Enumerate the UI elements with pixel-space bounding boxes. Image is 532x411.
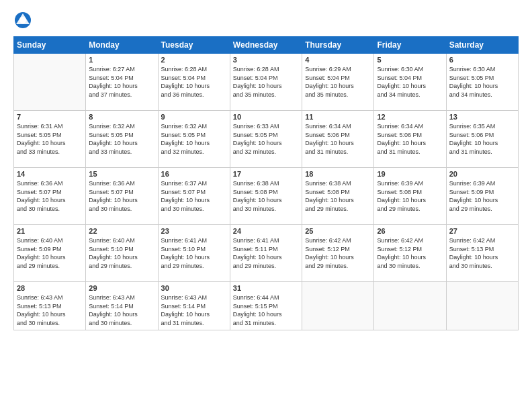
day-number: 30 xyxy=(161,284,227,292)
day-info: Sunrise: 6:33 AM Sunset: 5:05 PM Dayligh… xyxy=(233,122,299,156)
day-number: 22 xyxy=(89,227,154,235)
day-cell: 22Sunrise: 6:40 AM Sunset: 5:10 PM Dayli… xyxy=(86,225,158,282)
day-info: Sunrise: 6:28 AM Sunset: 5:04 PM Dayligh… xyxy=(161,65,227,99)
day-cell: 3Sunrise: 6:28 AM Sunset: 5:04 PM Daylig… xyxy=(230,54,302,111)
day-number: 1 xyxy=(89,56,154,64)
day-cell xyxy=(374,282,446,330)
day-number: 21 xyxy=(17,227,83,235)
day-cell: 12Sunrise: 6:34 AM Sunset: 5:06 PM Dayli… xyxy=(374,111,446,168)
day-number: 12 xyxy=(377,113,443,121)
day-info: Sunrise: 6:39 AM Sunset: 5:08 PM Dayligh… xyxy=(377,179,443,213)
week-row: 28Sunrise: 6:43 AM Sunset: 5:13 PM Dayli… xyxy=(14,282,519,330)
day-info: Sunrise: 6:43 AM Sunset: 5:13 PM Dayligh… xyxy=(17,293,83,327)
day-cell: 2Sunrise: 6:28 AM Sunset: 5:04 PM Daylig… xyxy=(158,54,230,111)
day-info: Sunrise: 6:43 AM Sunset: 5:14 PM Dayligh… xyxy=(161,293,227,327)
day-cell: 8Sunrise: 6:32 AM Sunset: 5:05 PM Daylig… xyxy=(86,111,158,168)
day-info: Sunrise: 6:41 AM Sunset: 5:10 PM Dayligh… xyxy=(161,236,227,270)
day-number: 16 xyxy=(161,170,227,178)
day-cell: 31Sunrise: 6:44 AM Sunset: 5:15 PM Dayli… xyxy=(230,282,302,330)
day-info: Sunrise: 6:35 AM Sunset: 5:06 PM Dayligh… xyxy=(449,122,515,156)
day-info: Sunrise: 6:40 AM Sunset: 5:09 PM Dayligh… xyxy=(17,236,83,270)
day-cell: 13Sunrise: 6:35 AM Sunset: 5:06 PM Dayli… xyxy=(446,111,518,168)
day-cell: 4Sunrise: 6:29 AM Sunset: 5:04 PM Daylig… xyxy=(302,54,374,111)
day-info: Sunrise: 6:30 AM Sunset: 5:04 PM Dayligh… xyxy=(377,65,443,99)
day-number: 8 xyxy=(89,113,154,121)
day-number: 23 xyxy=(161,227,227,235)
day-info: Sunrise: 6:38 AM Sunset: 5:08 PM Dayligh… xyxy=(233,179,299,213)
day-info: Sunrise: 6:34 AM Sunset: 5:06 PM Dayligh… xyxy=(305,122,371,156)
day-cell: 1Sunrise: 6:27 AM Sunset: 5:04 PM Daylig… xyxy=(86,54,158,111)
col-header-wednesday: Wednesday xyxy=(230,37,302,54)
logo-icon xyxy=(13,11,32,30)
day-cell xyxy=(302,282,374,330)
day-number: 11 xyxy=(305,113,371,121)
day-number: 26 xyxy=(377,227,443,235)
day-number: 17 xyxy=(233,170,299,178)
day-info: Sunrise: 6:27 AM Sunset: 5:04 PM Dayligh… xyxy=(89,65,154,99)
day-cell: 19Sunrise: 6:39 AM Sunset: 5:08 PM Dayli… xyxy=(374,168,446,225)
day-number: 4 xyxy=(305,56,371,64)
day-cell: 7Sunrise: 6:31 AM Sunset: 5:05 PM Daylig… xyxy=(14,111,86,168)
day-cell: 6Sunrise: 6:30 AM Sunset: 5:05 PM Daylig… xyxy=(446,54,518,111)
day-number: 28 xyxy=(17,284,83,292)
week-row: 1Sunrise: 6:27 AM Sunset: 5:04 PM Daylig… xyxy=(14,54,519,111)
col-header-thursday: Thursday xyxy=(302,37,374,54)
day-number: 24 xyxy=(233,227,299,235)
week-row: 14Sunrise: 6:36 AM Sunset: 5:07 PM Dayli… xyxy=(14,168,519,225)
day-cell: 10Sunrise: 6:33 AM Sunset: 5:05 PM Dayli… xyxy=(230,111,302,168)
day-number: 7 xyxy=(17,113,83,121)
day-cell: 21Sunrise: 6:40 AM Sunset: 5:09 PM Dayli… xyxy=(14,225,86,282)
day-number: 6 xyxy=(449,56,515,64)
day-info: Sunrise: 6:32 AM Sunset: 5:05 PM Dayligh… xyxy=(161,122,227,156)
day-number: 29 xyxy=(89,284,154,292)
day-number: 20 xyxy=(449,170,515,178)
day-info: Sunrise: 6:34 AM Sunset: 5:06 PM Dayligh… xyxy=(377,122,443,156)
day-cell: 25Sunrise: 6:42 AM Sunset: 5:12 PM Dayli… xyxy=(302,225,374,282)
day-number: 5 xyxy=(377,56,443,64)
day-number: 18 xyxy=(305,170,371,178)
day-number: 25 xyxy=(305,227,371,235)
day-info: Sunrise: 6:38 AM Sunset: 5:08 PM Dayligh… xyxy=(305,179,371,213)
day-info: Sunrise: 6:36 AM Sunset: 5:07 PM Dayligh… xyxy=(89,179,154,213)
day-cell: 20Sunrise: 6:39 AM Sunset: 5:09 PM Dayli… xyxy=(446,168,518,225)
day-info: Sunrise: 6:37 AM Sunset: 5:07 PM Dayligh… xyxy=(161,179,227,213)
day-cell: 5Sunrise: 6:30 AM Sunset: 5:04 PM Daylig… xyxy=(374,54,446,111)
day-info: Sunrise: 6:29 AM Sunset: 5:04 PM Dayligh… xyxy=(305,65,371,99)
page: SundayMondayTuesdayWednesdayThursdayFrid… xyxy=(0,0,532,411)
day-cell: 26Sunrise: 6:42 AM Sunset: 5:12 PM Dayli… xyxy=(374,225,446,282)
day-cell: 11Sunrise: 6:34 AM Sunset: 5:06 PM Dayli… xyxy=(302,111,374,168)
day-cell: 29Sunrise: 6:43 AM Sunset: 5:14 PM Dayli… xyxy=(86,282,158,330)
day-info: Sunrise: 6:42 AM Sunset: 5:12 PM Dayligh… xyxy=(305,236,371,270)
day-info: Sunrise: 6:28 AM Sunset: 5:04 PM Dayligh… xyxy=(233,65,299,99)
col-header-saturday: Saturday xyxy=(446,37,518,54)
day-cell: 23Sunrise: 6:41 AM Sunset: 5:10 PM Dayli… xyxy=(158,225,230,282)
svg-point-2 xyxy=(19,17,26,24)
header-row: SundayMondayTuesdayWednesdayThursdayFrid… xyxy=(14,37,519,54)
day-number: 10 xyxy=(233,113,299,121)
day-cell: 27Sunrise: 6:42 AM Sunset: 5:13 PM Dayli… xyxy=(446,225,518,282)
day-info: Sunrise: 6:30 AM Sunset: 5:05 PM Dayligh… xyxy=(449,65,515,99)
week-row: 7Sunrise: 6:31 AM Sunset: 5:05 PM Daylig… xyxy=(14,111,519,168)
day-cell xyxy=(446,282,518,330)
day-info: Sunrise: 6:42 AM Sunset: 5:13 PM Dayligh… xyxy=(449,236,515,270)
day-number: 3 xyxy=(233,56,299,64)
day-number: 31 xyxy=(233,284,299,292)
day-number: 14 xyxy=(17,170,83,178)
day-info: Sunrise: 6:36 AM Sunset: 5:07 PM Dayligh… xyxy=(17,179,83,213)
week-row: 21Sunrise: 6:40 AM Sunset: 5:09 PM Dayli… xyxy=(14,225,519,282)
header xyxy=(13,11,519,30)
col-header-sunday: Sunday xyxy=(14,37,86,54)
col-header-tuesday: Tuesday xyxy=(158,37,230,54)
day-number: 27 xyxy=(449,227,515,235)
day-cell: 15Sunrise: 6:36 AM Sunset: 5:07 PM Dayli… xyxy=(86,168,158,225)
day-cell: 18Sunrise: 6:38 AM Sunset: 5:08 PM Dayli… xyxy=(302,168,374,225)
day-number: 2 xyxy=(161,56,227,64)
day-cell: 17Sunrise: 6:38 AM Sunset: 5:08 PM Dayli… xyxy=(230,168,302,225)
day-number: 13 xyxy=(449,113,515,121)
day-cell: 14Sunrise: 6:36 AM Sunset: 5:07 PM Dayli… xyxy=(14,168,86,225)
day-info: Sunrise: 6:43 AM Sunset: 5:14 PM Dayligh… xyxy=(89,293,154,327)
calendar: SundayMondayTuesdayWednesdayThursdayFrid… xyxy=(13,36,519,330)
day-info: Sunrise: 6:41 AM Sunset: 5:11 PM Dayligh… xyxy=(233,236,299,270)
col-header-friday: Friday xyxy=(374,37,446,54)
col-header-monday: Monday xyxy=(86,37,158,54)
